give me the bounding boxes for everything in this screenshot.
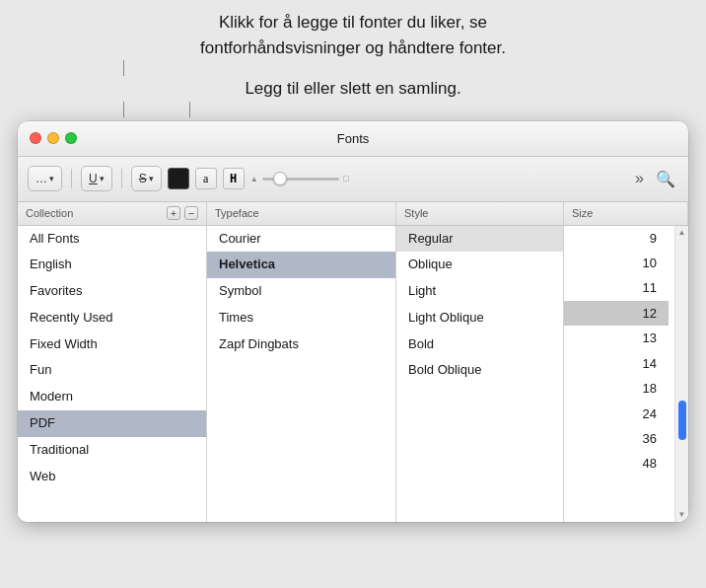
more-options-button[interactable]: » (632, 167, 647, 190)
style-item[interactable]: Bold Oblique (396, 357, 563, 384)
size-item[interactable]: 12 (564, 301, 669, 326)
callout-line-left2 (123, 102, 124, 117)
underline-icon: U (89, 172, 98, 185)
size-list[interactable]: 9101112131418243648 (564, 226, 688, 522)
traffic-lights (30, 132, 77, 144)
window-title: Fonts (337, 131, 370, 146)
collection-item[interactable]: Web (18, 464, 206, 490)
collection-header-label: Collection (26, 207, 73, 219)
size-item[interactable]: 36 (564, 426, 669, 451)
separator-1 (71, 169, 72, 188)
collection-item[interactable]: All Fonts (18, 226, 206, 253)
typeface-header: Typeface (207, 202, 396, 225)
maximize-button[interactable] (65, 132, 77, 144)
style-header-label: Style (404, 207, 428, 219)
scrollbar-up-button[interactable]: ▲ (675, 226, 689, 240)
collection-header: Collection + − (18, 202, 207, 225)
search-icon: 🔍 (656, 170, 675, 188)
typeface-item[interactable]: Zapf Dingbats (207, 331, 395, 358)
callout-lines-2 (18, 102, 688, 117)
add-collection-button[interactable]: + (167, 206, 180, 220)
collection-item[interactable]: Traditional (18, 437, 206, 464)
chevron-down-icon: ▾ (49, 174, 54, 184)
size-item[interactable]: 48 (564, 451, 669, 476)
close-button[interactable] (30, 132, 41, 144)
document-color-icon: H (230, 172, 237, 185)
style-item[interactable]: Light Oblique (396, 305, 563, 331)
chevron-down-icon-3: ▾ (149, 174, 154, 184)
size-item[interactable]: 24 (564, 402, 669, 426)
fonts-window: Fonts … ▾ U ▾ S ▾ a H ▲ (18, 121, 688, 522)
style-item[interactable]: Light (396, 278, 563, 305)
collection-list[interactable]: All FontsEnglishFavoritesRecently UsedFi… (18, 226, 207, 522)
scrollbar-track (675, 240, 688, 508)
column-headers: Collection + − Typeface Style Size (18, 202, 688, 226)
size-header: Size (564, 202, 688, 225)
scrollbar-thumb[interactable] (678, 401, 686, 440)
collection-item[interactable]: English (18, 252, 206, 278)
strikethrough-icon: S (139, 172, 147, 185)
collection-item[interactable]: Favorites (18, 278, 206, 305)
slider-max-icon: □ (343, 174, 348, 184)
slider-min-icon: ▲ (250, 175, 258, 184)
size-item[interactable]: 14 (564, 351, 669, 376)
callout-lines (18, 60, 688, 76)
size-item[interactable]: 11 (564, 275, 669, 300)
size-header-label: Size (572, 207, 593, 219)
typeface-item[interactable]: Symbol (207, 278, 395, 305)
remove-collection-button[interactable]: − (184, 206, 198, 220)
size-item[interactable]: 18 (564, 376, 669, 401)
collection-item[interactable]: Fun (18, 357, 206, 384)
underline-button[interactable]: U ▾ (81, 166, 112, 191)
size-item[interactable]: 10 (564, 251, 669, 275)
typeface-item[interactable]: Helvetica (207, 252, 395, 278)
text-color-icon: a (203, 172, 208, 186)
annotation-line2: fontforhåndsvisninger og håndtere fonter… (18, 36, 688, 61)
add-remove-fonts-button[interactable]: … ▾ (28, 166, 62, 191)
style-item[interactable]: Bold (396, 331, 563, 358)
size-area: 9101112131418243648 ▲ ▼ (564, 226, 688, 522)
size-item[interactable]: 13 (564, 326, 669, 350)
annotation-line3: Legg til eller slett en samling. (18, 76, 688, 102)
style-item[interactable]: Oblique (396, 252, 563, 278)
collection-item[interactable]: Fixed Width (18, 331, 206, 358)
size-item[interactable]: 9 (564, 226, 669, 251)
toolbar: … ▾ U ▾ S ▾ a H ▲ □ (18, 157, 688, 202)
callout-line-right (189, 102, 190, 117)
separator-2 (121, 169, 122, 188)
style-header: Style (396, 202, 564, 225)
vertical-scrollbar[interactable]: ▲ ▼ (674, 226, 688, 522)
titlebar: Fonts (18, 121, 688, 157)
typeface-list[interactable]: CourierHelveticaSymbolTimesZapf Dingbats (207, 226, 396, 522)
scrollbar-down-button[interactable]: ▼ (675, 508, 689, 522)
strikethrough-button[interactable]: S ▾ (131, 166, 162, 191)
add-remove-collection: + − (167, 206, 198, 220)
document-color-button[interactable]: H (223, 168, 245, 189)
slider-track (262, 178, 340, 181)
search-button[interactable]: 🔍 (653, 167, 678, 191)
ellipsis-icon: … (35, 172, 47, 185)
collection-item[interactable]: Modern (18, 384, 206, 410)
slider-thumb[interactable] (273, 172, 287, 185)
annotation-line1: Klikk for å legge til fonter du liker, s… (18, 10, 688, 36)
style-list[interactable]: RegularObliqueLightLight ObliqueBoldBold… (396, 226, 564, 522)
color-swatch[interactable] (168, 168, 189, 189)
collection-item[interactable]: Recently Used (18, 305, 206, 331)
text-color-button[interactable]: a (195, 168, 217, 189)
annotations-area: Klikk for å legge til fonter du liker, s… (18, 10, 688, 121)
content-area: All FontsEnglishFavoritesRecently UsedFi… (18, 226, 688, 522)
callout-line-left (123, 60, 124, 76)
chevron-right-double-icon: » (635, 170, 644, 187)
typeface-item[interactable]: Times (207, 305, 395, 331)
typeface-item[interactable]: Courier (207, 226, 395, 253)
size-slider[interactable]: ▲ □ (250, 166, 349, 191)
chevron-down-icon-2: ▾ (100, 174, 105, 184)
collection-item[interactable]: PDF (18, 410, 206, 437)
typeface-header-label: Typeface (215, 207, 259, 219)
style-item[interactable]: Regular (396, 226, 563, 253)
minimize-button[interactable] (47, 132, 59, 144)
